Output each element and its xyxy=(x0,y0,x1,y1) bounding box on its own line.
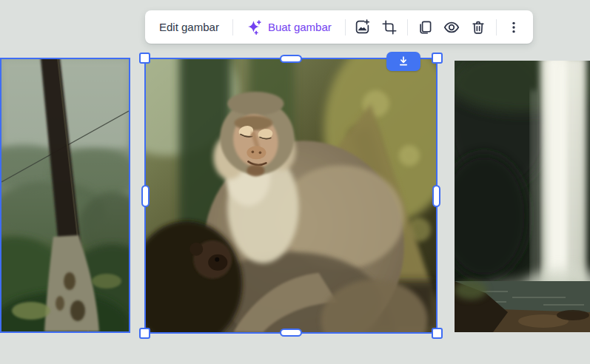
forest-palm-photo[interactable] xyxy=(0,58,130,333)
duplicate-icon xyxy=(417,19,433,36)
resize-handle-right[interactable] xyxy=(432,185,440,207)
toolbar-divider xyxy=(232,19,233,36)
add-image-icon xyxy=(354,18,371,36)
kebab-menu-icon xyxy=(506,20,521,35)
resize-handle-top[interactable] xyxy=(280,55,302,63)
resize-handle-top-left[interactable] xyxy=(139,53,150,64)
waterfall-photo[interactable] xyxy=(455,61,590,332)
resize-handle-left[interactable] xyxy=(141,185,150,207)
duplicate-button[interactable] xyxy=(412,14,438,41)
add-image-button[interactable] xyxy=(349,14,376,41)
trash-icon xyxy=(470,19,486,36)
monkey-photo[interactable] xyxy=(144,58,438,334)
magic-sparkle-icon xyxy=(247,19,262,35)
editor-canvas: Edit gambar Buat gambar xyxy=(0,0,590,364)
resize-handle-bottom[interactable] xyxy=(280,328,302,337)
visibility-button[interactable] xyxy=(438,14,465,41)
eye-icon xyxy=(443,18,460,36)
resize-handle-top-right[interactable] xyxy=(432,53,443,64)
crop-button[interactable] xyxy=(376,14,403,41)
toolbar-divider xyxy=(345,19,346,36)
waterfall-art xyxy=(455,61,590,332)
more-options-button[interactable] xyxy=(500,14,527,41)
toolbar-divider xyxy=(496,19,497,36)
generate-image-label: Buat gambar xyxy=(268,21,332,33)
edit-image-button[interactable]: Edit gambar xyxy=(150,16,229,38)
toolbar-divider xyxy=(407,19,408,36)
crop-icon xyxy=(381,19,398,36)
monkey-art xyxy=(146,59,436,332)
image-toolbar: Edit gambar Buat gambar xyxy=(145,10,533,44)
delete-button[interactable] xyxy=(465,14,492,41)
generate-image-button[interactable]: Buat gambar xyxy=(237,14,341,40)
download-image-button[interactable] xyxy=(386,52,420,71)
resize-handle-bottom-left[interactable] xyxy=(139,328,150,339)
resize-handle-bottom-right[interactable] xyxy=(432,328,443,339)
edit-image-label: Edit gambar xyxy=(159,21,219,33)
forest-palm-art xyxy=(1,59,129,331)
download-icon xyxy=(398,55,409,67)
